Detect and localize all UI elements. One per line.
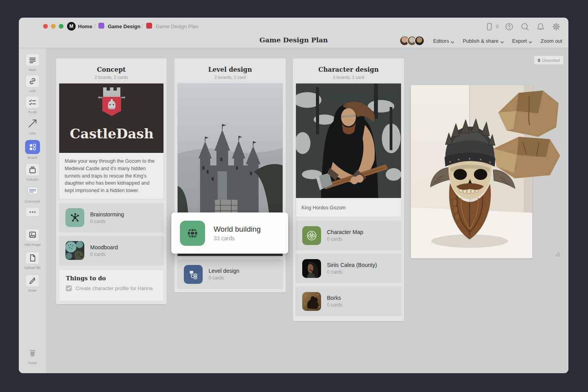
- board-icon: [28, 142, 37, 152]
- board-count: 0 cards: [209, 275, 240, 281]
- column-subtitle: 2 boards, 1 card: [177, 75, 283, 80]
- note-icon: [28, 55, 37, 65]
- breadcrumb-home[interactable]: Home: [78, 24, 92, 29]
- tool-line[interactable]: Line: [19, 117, 46, 135]
- export-dropdown[interactable]: Export: [512, 38, 532, 44]
- window-chrome: M Home / Game Design / Game Design Plan …: [19, 18, 568, 35]
- tool-label: Add image: [24, 243, 41, 247]
- siriis-calea-thumbnail: [302, 259, 321, 278]
- board-row-brainstorming[interactable]: Brainstorming 0 cards: [59, 203, 164, 232]
- publish-share-dropdown[interactable]: Publish & share: [463, 38, 503, 44]
- search-button[interactable]: [520, 22, 530, 32]
- board-title: Brainstorming: [90, 211, 124, 218]
- tool-label: Board: [27, 156, 37, 160]
- board-title: Borks: [327, 295, 342, 301]
- zoom-out-button[interactable]: Zoom out: [541, 38, 562, 44]
- board-row-level-design[interactable]: Level design 0 cards: [177, 260, 283, 289]
- tool-label: To-do: [28, 110, 37, 114]
- todo-checkbox-checked[interactable]: [66, 285, 72, 291]
- tool-comment[interactable]: Comment: [19, 185, 46, 203]
- more-icon: [28, 210, 37, 214]
- chevron-down-icon: [451, 39, 454, 42]
- minimize-window-button[interactable]: [51, 24, 56, 29]
- editor-avatars[interactable]: [399, 36, 425, 46]
- device-preview-button[interactable]: [484, 22, 494, 32]
- viking-photo: [296, 83, 401, 198]
- upload-file-icon: [28, 253, 37, 263]
- tool-todo[interactable]: To-do: [19, 96, 46, 114]
- tool-label: Trash: [28, 361, 37, 365]
- app-window: M Home / Game Design / Game Design Plan …: [19, 18, 568, 373]
- resize-handle-icon[interactable]: [555, 251, 560, 257]
- close-window-button[interactable]: [43, 24, 48, 29]
- castledash-note-card[interactable]: CastleDash Make your way through the Goz…: [59, 83, 164, 200]
- column-subtitle: 3 boards, 1 card: [296, 75, 401, 80]
- breadcrumb-project[interactable]: Game Design: [108, 24, 140, 29]
- help-button[interactable]: [504, 22, 514, 32]
- board-count: 0 cards: [90, 219, 124, 224]
- board-row-siriis-calea[interactable]: Siriis Calea (Bounty) 0 cards: [296, 254, 401, 283]
- device-count: 0: [496, 24, 499, 29]
- tool-label: Line: [29, 131, 36, 135]
- tool-note[interactable]: Note: [19, 54, 46, 72]
- tool-upload-file[interactable]: Upload file: [19, 252, 46, 270]
- settings-button[interactable]: [551, 22, 561, 32]
- gear-icon: [552, 22, 561, 31]
- viking-photo-card[interactable]: King Hordos Gozom: [296, 83, 401, 217]
- board-canvas[interactable]: 0 Unsorted Concept 2 boards, 2 cards: [46, 48, 568, 373]
- drag-card-title: World building: [214, 225, 261, 234]
- viking-photo-caption: King Hordos Gozom: [296, 198, 401, 217]
- avatar: [414, 36, 425, 46]
- zoom-out-label: Zoom out: [541, 38, 562, 44]
- board-title: Moodboard: [90, 244, 118, 250]
- skull-image-card[interactable]: [411, 85, 562, 258]
- search-icon: [520, 22, 530, 31]
- column-subtitle: 2 boards, 2 cards: [59, 75, 164, 80]
- editors-dropdown[interactable]: Editors: [433, 38, 454, 44]
- concept-note-text[interactable]: Make your way through the Gozom to the M…: [59, 153, 163, 199]
- unsorted-label: Unsorted: [542, 58, 560, 63]
- tool-link[interactable]: Link: [19, 75, 46, 93]
- breadcrumb-separator: /: [94, 24, 95, 29]
- tool-board[interactable]: Board: [19, 140, 46, 160]
- column-header[interactable]: Level design 2 boards, 1 card: [177, 61, 283, 83]
- breadcrumb-separator: /: [142, 24, 143, 29]
- board-row-moodboard[interactable]: Moodboard 0 cards: [59, 236, 164, 265]
- column-title: Character design: [296, 66, 401, 73]
- dragged-card-world-building[interactable]: World building 33 cards: [171, 212, 288, 254]
- link-icon: [28, 76, 37, 86]
- tool-more[interactable]: [19, 207, 46, 217]
- world-building-board-icon: [180, 221, 205, 246]
- tool-label: Draw: [28, 289, 36, 292]
- trash-icon: [27, 348, 38, 358]
- device-icon: [485, 22, 494, 31]
- chevron-down-icon: [529, 39, 532, 42]
- notifications-button[interactable]: [535, 22, 546, 32]
- board-row-character-map[interactable]: Character Map 0 cards: [296, 221, 401, 250]
- column-concept: Concept 2 boards, 2 cards: [56, 58, 167, 304]
- bell-icon: [536, 22, 545, 31]
- board-count: 0 cards: [327, 302, 342, 308]
- unsorted-badge[interactable]: 0 Unsorted: [534, 56, 564, 65]
- board-title: Character Map: [327, 229, 363, 235]
- tool-column[interactable]: Column: [19, 163, 46, 181]
- add-image-icon: [28, 230, 37, 240]
- zoom-window-button[interactable]: [59, 24, 64, 29]
- export-label: Export: [512, 38, 527, 44]
- column-title: Level design: [177, 66, 283, 73]
- column-header[interactable]: Concept 2 boards, 2 cards: [59, 61, 164, 83]
- moodboard-thumbnail: [65, 241, 84, 260]
- breadcrumb-current-page: Game Design Plan: [156, 24, 198, 29]
- column-title: Concept: [59, 66, 164, 73]
- board-count: 0 cards: [90, 252, 118, 257]
- tool-label: Upload file: [24, 266, 41, 270]
- help-icon: [505, 22, 514, 31]
- tool-add-image[interactable]: Add image: [19, 229, 46, 247]
- column-header[interactable]: Character design 3 boards, 1 card: [296, 61, 401, 83]
- milanote-logo[interactable]: M: [67, 22, 76, 31]
- tool-draw[interactable]: Draw: [19, 274, 46, 292]
- board-row-borks[interactable]: Borks 0 cards: [296, 287, 401, 316]
- tool-trash[interactable]: Trash: [19, 347, 46, 365]
- todo-card[interactable]: Things to do Create character profile fo…: [59, 269, 164, 301]
- column-character-design: Character design 3 boards, 1 card: [293, 58, 404, 321]
